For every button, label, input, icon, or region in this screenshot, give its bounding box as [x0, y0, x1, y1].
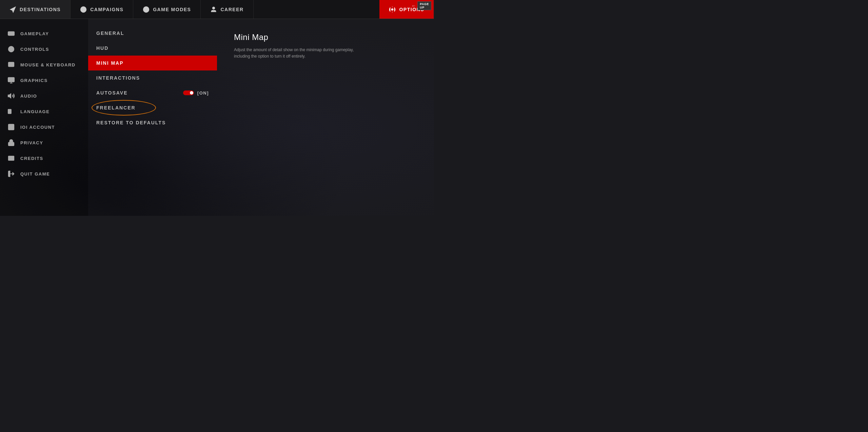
back-button[interactable]: ←	[411, 3, 416, 8]
mouse-keyboard-label: MOUSE & KEYBOARD	[20, 62, 76, 67]
menu-item-restore-defaults[interactable]: RESTORE TO DEFAULTS	[88, 115, 217, 130]
destinations-label: DESTINATIONS	[20, 7, 61, 12]
nav-item-destinations[interactable]: DESTINATIONS	[0, 0, 71, 19]
sidebar-item-language[interactable]: LANGUAGE	[0, 104, 88, 119]
sidebar-item-graphics[interactable]: GRAPHICS	[0, 73, 88, 88]
audio-label: AUDIO	[20, 94, 37, 99]
audio-icon	[7, 91, 16, 100]
nav-item-career[interactable]: CAREER	[201, 0, 253, 19]
panel-title: Mini Map	[234, 33, 417, 42]
privacy-icon	[7, 138, 16, 147]
sidebar-item-quit-game[interactable]: QUIT GAME	[0, 166, 88, 182]
ioi-account-label: IOI ACCOUNT	[20, 125, 55, 130]
menu-item-mini-map[interactable]: MINI MAP	[88, 56, 217, 70]
graphics-icon	[7, 76, 16, 85]
quit-game-icon	[7, 169, 16, 178]
sidebar-item-privacy[interactable]: PRIVACY	[0, 135, 88, 150]
center-menu: GENERAL HUD MINI MAP INTERACTIONS AUTOSA…	[88, 19, 217, 216]
game-modes-icon	[143, 6, 150, 13]
nav-item-campaigns[interactable]: CAMPAIGNS	[71, 0, 133, 19]
autosave-toggle[interactable]	[183, 90, 194, 95]
autosave-controls: [ON]	[183, 90, 209, 96]
controls-icon	[7, 45, 16, 54]
ioi-account-icon	[7, 123, 16, 131]
menu-item-hud[interactable]: HUD	[88, 41, 217, 56]
privacy-label: PRIVACY	[20, 140, 43, 145]
campaigns-label: CAMPAIGNS	[90, 7, 123, 12]
autosave-label: AUTOSAVE	[96, 90, 128, 96]
svg-rect-10	[8, 32, 14, 36]
sidebar-item-gameplay[interactable]: GAMEPLAY	[0, 26, 88, 41]
hud-label: HUD	[96, 45, 108, 51]
page-up-area: ← PAGEUP	[409, 0, 434, 12]
sidebar-item-controls[interactable]: CONTROLS	[0, 41, 88, 57]
campaigns-icon	[80, 6, 87, 13]
game-modes-label: GAME MODES	[153, 7, 191, 12]
svg-point-9	[392, 8, 393, 10]
sidebar-item-credits[interactable]: CREDITS	[0, 150, 88, 166]
menu-item-freelancer[interactable]: FREELANCER	[88, 100, 217, 115]
credits-icon	[7, 154, 16, 163]
svg-point-3	[145, 8, 147, 10]
panel-description: Adjust the amount of detail show on the …	[234, 47, 363, 60]
general-label: GENERAL	[96, 30, 124, 36]
menu-item-autosave[interactable]: AUTOSAVE [ON]	[88, 85, 217, 100]
graphics-label: GRAPHICS	[20, 78, 48, 83]
language-icon	[7, 107, 16, 116]
mouse-keyboard-icon	[7, 60, 16, 69]
svg-marker-31	[8, 94, 11, 98]
freelancer-label: FREELANCER	[96, 105, 136, 110]
career-icon	[210, 6, 217, 13]
restore-defaults-label: RESTORE TO DEFAULTS	[96, 120, 166, 125]
options-icon	[389, 6, 396, 13]
sidebar-item-ioi-account[interactable]: IOI ACCOUNT	[0, 119, 88, 135]
autosave-status: [ON]	[197, 90, 209, 96]
quit-game-label: QUIT GAME	[20, 171, 50, 177]
svg-rect-44	[8, 156, 14, 161]
menu-item-general[interactable]: GENERAL	[88, 26, 217, 41]
interactions-label: INTERACTIONS	[96, 75, 140, 81]
svg-point-8	[213, 7, 215, 9]
top-navigation: DESTINATIONS CAMPAIGNS GAME MODES	[0, 0, 434, 19]
sidebar-item-audio[interactable]: AUDIO	[0, 88, 88, 104]
mini-map-label: MINI MAP	[96, 60, 124, 66]
right-panel: Mini Map Adjust the amount of detail sho…	[217, 19, 434, 216]
sidebar-item-mouse-keyboard[interactable]: MOUSE & KEYBOARD	[0, 57, 88, 73]
main-content: GAMEPLAY CONTROLS	[0, 19, 434, 216]
svg-point-12	[13, 33, 14, 33]
nav-item-game-modes[interactable]: GAME MODES	[133, 0, 201, 19]
career-label: CAREER	[220, 7, 243, 12]
credits-label: CREDITS	[20, 156, 43, 161]
svg-rect-28	[9, 79, 11, 80]
gameplay-icon	[7, 29, 16, 38]
svg-rect-40	[8, 142, 14, 146]
toggle-thumb	[190, 91, 193, 95]
gameplay-label: GAMEPLAY	[20, 31, 49, 36]
destinations-icon	[9, 6, 16, 13]
page-up-button[interactable]: PAGEUP	[417, 1, 431, 10]
controls-label: CONTROLS	[20, 47, 49, 52]
sidebar: GAMEPLAY CONTROLS	[0, 19, 88, 216]
language-label: LANGUAGE	[20, 109, 50, 114]
menu-item-interactions[interactable]: INTERACTIONS	[88, 70, 217, 85]
